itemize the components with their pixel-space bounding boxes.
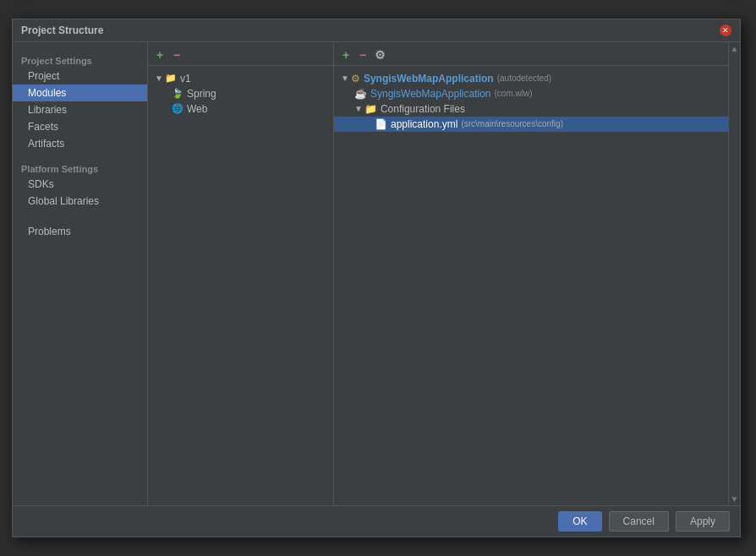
tree-node-web-label: Web (187, 103, 207, 115)
detail-node-app[interactable]: ▼ ⚙ SyngisWebMapApplication (autodetecte… (334, 71, 728, 86)
detail-remove-button[interactable]: − (356, 48, 370, 62)
project-settings-header: Project Settings (13, 52, 147, 68)
dialog-title-text: Project Structure (21, 25, 103, 36)
dialog-body: Project Settings Project Modules Librari… (13, 42, 740, 505)
detail-scrollbar: ▲ ▼ (728, 42, 740, 505)
sidebar-item-libraries[interactable]: Libraries (13, 101, 147, 118)
project-structure-dialog: Project Structure ✕ Project Settings Pro… (12, 19, 741, 537)
sidebar-item-facets[interactable]: Facets (13, 118, 147, 135)
scroll-up-icon[interactable]: ▲ (731, 44, 739, 53)
app-name-label: SyngisWebMapApplication (364, 73, 494, 84)
detail-wrapper: + − ⚙ ▼ ⚙ SyngisWebMapApplication (autod… (334, 42, 740, 505)
sidebar-item-modules[interactable]: Modules (13, 84, 147, 101)
tree-node-web[interactable]: 🌐 Web (148, 101, 333, 117)
yaml-file-label: application.yml (391, 118, 457, 130)
detail-node-yaml[interactable]: 📄 application.yml (src\main\resources\co… (334, 117, 728, 132)
detail-node-config-folder[interactable]: ▼ 📁 Configuration Files (334, 101, 728, 117)
platform-settings-header: Platform Settings (13, 161, 147, 176)
app-autodetected-label: (autodetected) (497, 74, 552, 83)
detail-add-button[interactable]: + (339, 48, 353, 62)
yaml-icon: 📄 (375, 118, 387, 130)
detail-settings-button[interactable]: ⚙ (373, 48, 386, 62)
tree-node-v1-label: v1 (180, 73, 191, 84)
tree-node-v1[interactable]: ▼ 📁 v1 (148, 71, 333, 86)
web-icon: 🌐 (172, 103, 184, 114)
detail-toolbar: + − ⚙ (334, 46, 728, 66)
app-icon: ⚙ (351, 73, 360, 84)
config-folder-label: Configuration Files (381, 103, 465, 115)
dialog-footer: OK Cancel Apply (13, 505, 740, 537)
tree-remove-button[interactable]: − (170, 48, 184, 62)
yaml-path-label: (src\main\resources\config) (461, 119, 563, 128)
tree-toolbar: + − (148, 46, 333, 66)
detail-panel: + − ⚙ ▼ ⚙ SyngisWebMapApplication (autod… (334, 42, 728, 505)
close-button[interactable]: ✕ (720, 25, 731, 36)
ok-button[interactable]: OK (558, 511, 601, 531)
sidebar: Project Settings Project Modules Librari… (13, 42, 148, 505)
folder-icon: 📁 (165, 73, 177, 84)
detail-content: ▼ ⚙ SyngisWebMapApplication (autodetecte… (334, 66, 728, 137)
sidebar-item-problems[interactable]: Problems (13, 223, 147, 240)
class-icon: ☕ (354, 88, 367, 100)
scroll-down-icon[interactable]: ▼ (731, 494, 739, 504)
spring-icon: 🍃 (172, 88, 184, 99)
apply-button[interactable]: Apply (676, 511, 730, 531)
expand-arrow-icon: ▼ (341, 74, 349, 83)
sidebar-item-artifacts[interactable]: Artifacts (13, 135, 147, 152)
tree-node-spring[interactable]: 🍃 Spring (148, 86, 333, 101)
class-package-label: (com.wlw) (495, 89, 533, 98)
detail-node-class[interactable]: ☕ SyngisWebMapApplication (com.wlw) (334, 86, 728, 101)
sidebar-item-sdks[interactable]: SDKs (13, 176, 147, 193)
arrow-icon: ▼ (155, 74, 163, 83)
class-name-label: SyngisWebMapApplication (370, 88, 491, 100)
dialog-titlebar: Project Structure ✕ (13, 19, 740, 42)
module-tree-panel: + − ▼ 📁 v1 🍃 Spring 🌐 Web (148, 42, 334, 505)
config-expand-icon: ▼ (354, 104, 363, 113)
sidebar-item-project[interactable]: Project (13, 68, 147, 84)
sidebar-item-global-libraries[interactable]: Global Libraries (13, 193, 147, 210)
tree-add-button[interactable]: + (153, 48, 167, 62)
tree-content: ▼ 📁 v1 🍃 Spring 🌐 Web (148, 66, 333, 122)
config-folder-icon: 📁 (364, 103, 377, 115)
tree-node-spring-label: Spring (187, 88, 216, 100)
cancel-button[interactable]: Cancel (609, 511, 669, 531)
